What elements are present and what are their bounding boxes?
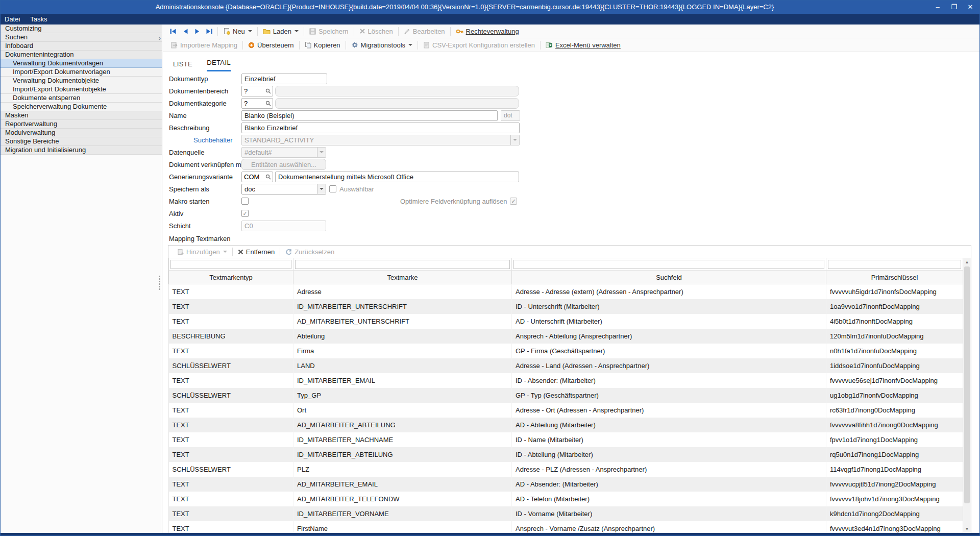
table-row[interactable]: TEXTID_MITARBEITER_EMAILID - Absender: (… bbox=[169, 373, 963, 388]
scroll-up-icon[interactable]: ▲ bbox=[963, 258, 971, 266]
lookup-magnifier-icon[interactable] bbox=[264, 174, 272, 180]
filter-textmarkentyp-input[interactable] bbox=[170, 260, 291, 269]
scrollbar-thumb[interactable] bbox=[964, 266, 970, 503]
excel-menu-button[interactable]: Excel-Menü verwalten bbox=[542, 40, 624, 51]
loeschen-button[interactable]: Löschen bbox=[356, 26, 397, 37]
auswaehlbar-checkbox[interactable] bbox=[329, 185, 336, 192]
sidebar-item-verwaltung-dokumentobjekte[interactable]: Verwaltung Dokumentobjekte bbox=[0, 77, 162, 85]
suchbehaelter-select[interactable]: STANDARD_ACTIVITY bbox=[241, 135, 520, 145]
table-row[interactable]: TEXTAD_MITARBEITER_TELEFONDWAD - Telefon… bbox=[169, 492, 963, 506]
table-row[interactable]: TEXTID_MITARBEITER_NACHNAMEID - Name (Mi… bbox=[169, 432, 963, 447]
sidebar-item-dokumentenintegration[interactable]: Dokumentenintegration bbox=[0, 51, 162, 59]
neu-button[interactable]: Neu bbox=[219, 26, 256, 37]
filter-suchfeld-input[interactable] bbox=[513, 260, 824, 269]
beschreibung-input[interactable] bbox=[241, 123, 520, 133]
sidebar-collapse-icon[interactable]: › bbox=[159, 35, 161, 41]
menu-datei[interactable]: Datei bbox=[5, 15, 20, 23]
dokumentkategorie-display-field bbox=[275, 98, 519, 109]
sidebar-item-verwaltung-dokumentvorlagen[interactable]: Verwaltung Dokumentvorlagen bbox=[0, 59, 162, 68]
rechteverwaltung-button[interactable]: Rechteverwaltung bbox=[452, 26, 523, 37]
uebersteuern-button[interactable]: Übersteuern bbox=[244, 40, 298, 51]
table-row[interactable]: SCHLÜSSELWERTLANDAdresse - Land (Adresse… bbox=[169, 358, 963, 373]
column-header-textmarkentyp[interactable]: Textmarkentyp bbox=[169, 271, 293, 284]
sidebar-item-migration-und-initialisierung[interactable]: Migration und Initialisierung bbox=[0, 146, 162, 155]
hinzufuegen-button[interactable]: Hinzufügen bbox=[174, 247, 231, 257]
table-row[interactable]: TEXTAD_MITARBEITER_EMAILAD - Absender: (… bbox=[169, 477, 963, 492]
minimize-button[interactable]: – bbox=[929, 1, 946, 13]
table-row[interactable]: TEXTAD_MITARBEITER_ABTEILUNGAD - Abteilu… bbox=[169, 418, 963, 432]
sidebar-item-infoboard[interactable]: Infoboard bbox=[0, 42, 162, 51]
dokumentenbereich-input[interactable] bbox=[242, 87, 264, 95]
sidebar-item-masken[interactable]: Masken bbox=[0, 111, 162, 120]
column-header-suchfeld[interactable]: Suchfeld bbox=[512, 271, 826, 284]
table-scrollbar[interactable]: ▲ ▼ bbox=[963, 258, 971, 533]
table-cell: ID_MITARBEITER_UNTERSCHRIFT bbox=[293, 299, 512, 314]
table-row[interactable]: SCHLÜSSELWERTPLZAdresse - PLZ (Adressen … bbox=[169, 462, 963, 477]
bearbeiten-button[interactable]: Bearbeiten bbox=[400, 26, 449, 37]
table-row[interactable]: TEXTAD_MITARBEITER_UNTERSCHRIFTAD - Unte… bbox=[169, 314, 963, 329]
table-cell: Adresse - Adresse (extern) (Adressen - A… bbox=[512, 284, 826, 299]
kopieren-button[interactable]: Kopieren bbox=[301, 40, 344, 51]
tab-detail[interactable]: DETAIL bbox=[207, 59, 231, 71]
table-row[interactable]: TEXTID_MITARBEITER_UNTERSCHRIFTID - Unte… bbox=[169, 299, 963, 314]
table-row[interactable]: TEXTFirmaGP - Firma (Geschäftspartner)n0… bbox=[169, 344, 963, 358]
makro-starten-checkbox[interactable] bbox=[241, 198, 249, 205]
nav-previous-button[interactable] bbox=[180, 27, 191, 36]
table-row[interactable]: TEXTOrtAdresse - Ort (Adressen - Ansprec… bbox=[169, 403, 963, 418]
sidebar-item-speicherverwaltung-dokumente[interactable]: Speicherverwaltung Dokumente bbox=[0, 103, 162, 111]
lookup-magnifier-icon[interactable] bbox=[264, 101, 272, 106]
nav-first-button[interactable] bbox=[167, 27, 180, 36]
aktiv-checkbox[interactable]: ✓ bbox=[241, 210, 249, 217]
dokumenttyp-input[interactable] bbox=[241, 74, 327, 84]
entitaeten-auswaehlen-button[interactable]: Entitäten auswählen... bbox=[241, 159, 326, 170]
table-row[interactable]: TEXTFirstNameAnsprech - Vorname /Zusatz … bbox=[169, 521, 963, 533]
dokumentkategorie-input[interactable] bbox=[242, 99, 264, 108]
zuruecksetzen-button[interactable]: Zurücksetzen bbox=[282, 247, 338, 257]
sidebar-item-sonstige-bereiche[interactable]: Sonstige Bereiche bbox=[0, 137, 162, 146]
sidebar-item-suchen[interactable]: Suchen bbox=[0, 33, 162, 42]
migrationstools-button[interactable]: Migrationstools bbox=[348, 40, 416, 51]
nav-last-button[interactable] bbox=[203, 27, 216, 36]
filter-primaerschluessel-input[interactable] bbox=[828, 260, 961, 269]
table-row[interactable]: TEXTAdresseAdresse - Adresse (extern) (A… bbox=[169, 284, 963, 299]
table-cell: AD_MITARBEITER_TELEFONDW bbox=[293, 492, 512, 506]
sidebar-splitter-handle[interactable] bbox=[159, 275, 161, 291]
sidebar-item-reportverwaltung[interactable]: Reportverwaltung bbox=[0, 120, 162, 129]
suchbehaelter-label[interactable]: Suchbehälter bbox=[169, 136, 241, 144]
sidebar-item-customizing[interactable]: Customizing bbox=[0, 25, 162, 33]
sidebar-item-modulverwaltung[interactable]: Modulverwaltung bbox=[0, 129, 162, 137]
datenquelle-select[interactable]: #default# bbox=[241, 147, 326, 158]
excel-icon bbox=[546, 42, 553, 48]
importiere-mapping-button[interactable]: Importiere Mapping bbox=[167, 40, 241, 51]
table-row[interactable]: BESCHREIBUNGAbteilungAnsprech - Abteilun… bbox=[169, 329, 963, 344]
table-row[interactable]: SCHLÜSSELWERTTyp_GPGP - Typ (Geschäftspa… bbox=[169, 388, 963, 403]
speichern-als-select[interactable]: doc bbox=[241, 184, 326, 194]
tab-liste[interactable]: LISTE bbox=[173, 60, 192, 71]
mapping-table-body: TEXTAdresseAdresse - Adresse (extern) (A… bbox=[169, 284, 963, 533]
sidebar-item-import-export-dokumentvorlagen[interactable]: Import/Export Dokumentvorlagen bbox=[0, 68, 162, 77]
schicht-input[interactable] bbox=[241, 221, 326, 231]
close-button[interactable]: ✕ bbox=[962, 1, 978, 13]
filter-textmarke-input[interactable] bbox=[295, 260, 510, 269]
csv-export-button[interactable]: CSV-Export Konfiguration erstellen bbox=[420, 40, 538, 51]
column-header-primaerschluessel[interactable]: Primärschlüssel bbox=[826, 271, 963, 284]
nav-next-button[interactable] bbox=[191, 27, 203, 36]
optimiere-checkbox[interactable]: ✓ bbox=[510, 198, 517, 205]
column-header-textmarke[interactable]: Textmarke bbox=[293, 271, 512, 284]
table-row[interactable]: TEXTID_MITARBEITER_VORNAMEID - Vorname (… bbox=[169, 506, 963, 521]
speichern-button[interactable]: Speichern bbox=[306, 26, 352, 37]
table-cell: TEXT bbox=[169, 314, 293, 329]
dokumentenbereich-label: Dokumentenbereich bbox=[169, 87, 241, 95]
dokumentenbereich-display-field bbox=[275, 86, 519, 96]
laden-button[interactable]: Laden bbox=[259, 26, 302, 37]
scroll-down-icon[interactable]: ▼ bbox=[963, 525, 971, 533]
maximize-button[interactable]: ❐ bbox=[946, 1, 962, 13]
generierungsvariante-input[interactable] bbox=[242, 173, 264, 181]
name-input[interactable] bbox=[241, 110, 498, 121]
sidebar-item-import-export-dokumentobjekte[interactable]: Import/Export Dokumentobjekte bbox=[0, 85, 162, 94]
sidebar-item-dokumente-entsperren[interactable]: Dokumente entsperren bbox=[0, 94, 162, 103]
table-row[interactable]: TEXTID_MITARBEITER_ABTEILUNGID - Abteilu… bbox=[169, 447, 963, 462]
menu-tasks[interactable]: Tasks bbox=[30, 15, 47, 23]
entfernen-button[interactable]: Entfernen bbox=[234, 247, 278, 257]
lookup-magnifier-icon[interactable] bbox=[264, 88, 272, 94]
